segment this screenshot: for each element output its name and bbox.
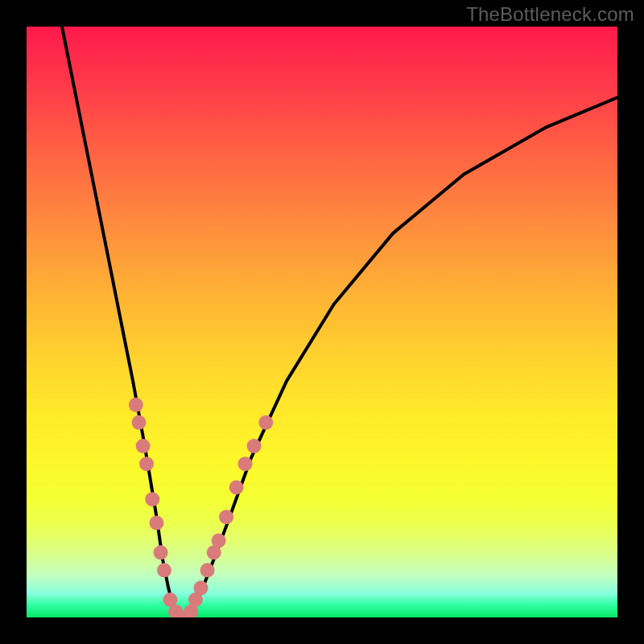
data-marker bbox=[139, 456, 154, 471]
plot-area bbox=[27, 27, 617, 617]
data-marker bbox=[129, 398, 143, 412]
data-marker bbox=[132, 415, 147, 430]
chart-frame: TheBottleneck.com bbox=[0, 0, 644, 644]
data-marker bbox=[145, 492, 159, 506]
data-marker bbox=[258, 415, 273, 430]
data-marker bbox=[212, 534, 226, 548]
data-marker bbox=[154, 545, 168, 559]
data-marker bbox=[229, 481, 244, 495]
curve-line bbox=[62, 27, 617, 617]
data-marker bbox=[200, 563, 215, 577]
marker-group bbox=[129, 398, 273, 617]
data-marker bbox=[219, 510, 233, 524]
data-marker bbox=[238, 456, 253, 471]
data-marker bbox=[136, 439, 151, 453]
chart-svg bbox=[27, 27, 617, 617]
data-marker bbox=[150, 516, 164, 530]
bottleneck-curve bbox=[62, 27, 617, 617]
data-marker bbox=[247, 439, 262, 453]
data-marker bbox=[157, 563, 171, 577]
watermark-text: TheBottleneck.com bbox=[466, 3, 634, 26]
data-marker bbox=[194, 580, 208, 595]
